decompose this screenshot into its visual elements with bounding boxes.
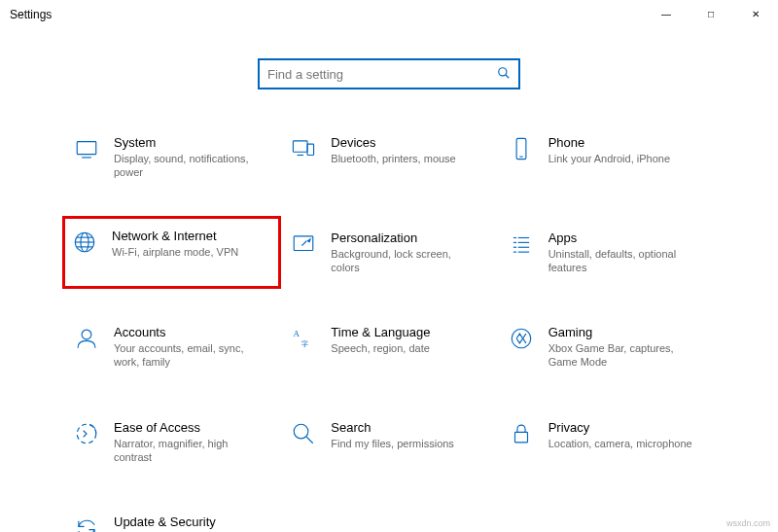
tile-desc: Your accounts, email, sync, work, family (114, 341, 260, 370)
tile-text: DevicesBluetooth, printers, mouse (331, 135, 455, 165)
tile-text: AccountsYour accounts, email, sync, work… (114, 325, 260, 370)
tile-title: Apps (548, 231, 694, 245)
tile-network[interactable]: Network & InternetWi-Fi, airplane mode, … (62, 216, 281, 290)
privacy-icon (508, 420, 535, 447)
personalization-icon (290, 231, 317, 258)
search-icon (497, 66, 511, 83)
accounts-icon (73, 325, 100, 352)
tile-title: Time & Language (331, 325, 430, 339)
watermark: wsxdn.com (726, 518, 770, 528)
search-input[interactable] (267, 67, 497, 82)
svg-point-0 (499, 67, 507, 75)
devices-icon (290, 135, 317, 162)
tile-text: Time & LanguageSpeech, region, date (331, 325, 430, 355)
tile-personalization[interactable]: PersonalizationBackground, lock screen, … (285, 224, 492, 282)
system-icon (73, 135, 100, 162)
tile-desc: Wi-Fi, airplane mode, VPN (112, 245, 238, 259)
network-icon (71, 229, 98, 256)
tile-time[interactable]: Time & LanguageSpeech, region, date (285, 318, 492, 376)
tile-title: Phone (548, 135, 670, 150)
tile-text: PhoneLink your Android, iPhone (548, 135, 670, 165)
tile-title: Privacy (548, 420, 692, 435)
tile-title: System (114, 135, 260, 150)
tile-title: Gaming (548, 325, 694, 339)
tile-desc: Display, sound, notifications, power (114, 152, 260, 180)
tile-ease[interactable]: Ease of AccessNarrator, magnifier, high … (68, 413, 275, 472)
tile-title: Accounts (114, 325, 260, 339)
tile-desc: Bluetooth, printers, mouse (331, 152, 455, 165)
tile-search[interactable]: SearchFind my files, permissions (285, 413, 492, 472)
apps-icon (508, 231, 535, 258)
tile-title: Update & Security (114, 514, 260, 529)
tile-desc: Background, lock screen, colors (331, 247, 477, 275)
tile-text: Network & InternetWi-Fi, airplane mode, … (112, 229, 238, 259)
tile-phone[interactable]: PhoneLink your Android, iPhone (503, 128, 710, 187)
update-icon (73, 514, 100, 532)
close-button[interactable]: ✕ (733, 0, 778, 28)
tile-desc: Uninstall, defaults, optional features (548, 247, 694, 275)
time-icon (290, 325, 317, 352)
tile-desc: Find my files, permissions (331, 437, 454, 450)
tile-text: PersonalizationBackground, lock screen, … (331, 231, 477, 275)
maximize-button[interactable]: □ (689, 0, 733, 28)
tile-devices[interactable]: DevicesBluetooth, printers, mouse (285, 128, 492, 187)
tile-privacy[interactable]: PrivacyLocation, camera, microphone (503, 413, 710, 472)
content: SystemDisplay, sound, notifications, pow… (0, 58, 778, 532)
tile-text: AppsUninstall, defaults, optional featur… (548, 231, 694, 275)
search-wrap (19, 58, 759, 89)
svg-line-1 (506, 74, 510, 78)
tile-desc: Xbox Game Bar, captures, Game Mode (548, 341, 694, 370)
window-title: Settings (10, 8, 52, 21)
tile-title: Devices (331, 135, 455, 150)
gaming-icon (508, 325, 535, 352)
tile-text: PrivacyLocation, camera, microphone (548, 420, 692, 450)
tile-system[interactable]: SystemDisplay, sound, notifications, pow… (68, 128, 275, 187)
search-box[interactable] (258, 58, 520, 89)
tile-desc: Location, camera, microphone (548, 437, 692, 450)
tile-desc: Narrator, magnifier, high contrast (114, 437, 260, 465)
window-controls: — □ ✕ (644, 0, 778, 28)
tile-text: GamingXbox Game Bar, captures, Game Mode (548, 325, 694, 370)
tile-desc: Speech, region, date (331, 341, 430, 355)
tile-text: Update & SecurityWindows Update, recover… (114, 514, 260, 532)
phone-icon (508, 135, 535, 162)
tile-desc: Link your Android, iPhone (548, 152, 670, 165)
tile-update[interactable]: Update & SecurityWindows Update, recover… (68, 508, 275, 532)
settings-grid: SystemDisplay, sound, notifications, pow… (19, 119, 759, 532)
minimize-button[interactable]: — (644, 0, 689, 28)
tile-title: Personalization (331, 231, 477, 245)
ease-icon (73, 420, 100, 447)
tile-title: Search (331, 420, 454, 435)
tile-gaming[interactable]: GamingXbox Game Bar, captures, Game Mode (503, 318, 710, 376)
titlebar: Settings — □ ✕ (0, 0, 778, 29)
tile-accounts[interactable]: AccountsYour accounts, email, sync, work… (68, 318, 275, 376)
tile-text: SystemDisplay, sound, notifications, pow… (114, 135, 260, 180)
tile-apps[interactable]: AppsUninstall, defaults, optional featur… (503, 224, 710, 282)
search-icon (290, 420, 317, 447)
tile-text: SearchFind my files, permissions (331, 420, 454, 450)
tile-text: Ease of AccessNarrator, magnifier, high … (114, 420, 260, 465)
tile-title: Ease of Access (114, 420, 260, 435)
tile-title: Network & Internet (112, 229, 238, 243)
